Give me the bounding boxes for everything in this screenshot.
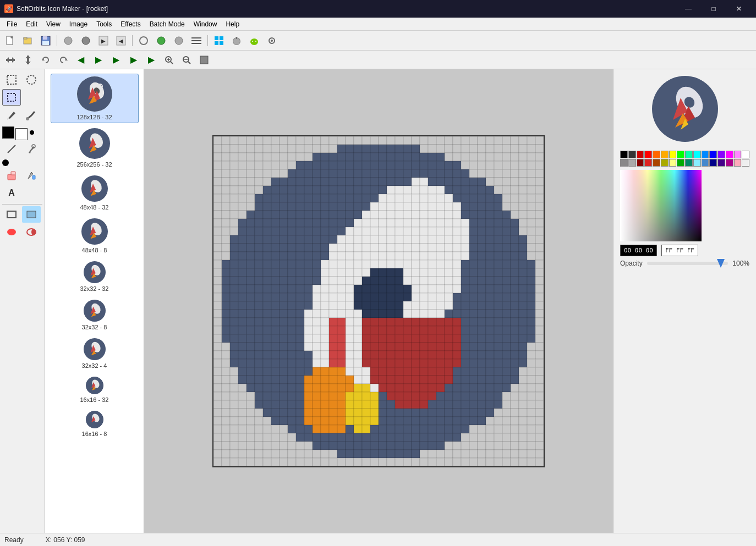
thumb-48x48-8[interactable]: 48x48 - 8 — [51, 216, 139, 256]
tb2-rotate2[interactable] — [55, 52, 72, 68]
palette-cell-purple1[interactable] — [717, 151, 725, 158]
palette-cell-navy[interactable] — [709, 159, 717, 167]
palette-cell-red2[interactable] — [644, 151, 652, 158]
tool-erase[interactable] — [2, 167, 21, 184]
tool-rect-fill[interactable] — [22, 206, 41, 223]
palette-cell-gray2[interactable] — [628, 159, 636, 167]
palette-cell-magenta[interactable] — [726, 159, 733, 167]
minimize-button[interactable]: — — [676, 0, 701, 18]
tb2-move[interactable] — [2, 52, 19, 68]
background-color[interactable] — [15, 128, 28, 140]
thumbnails-scroll[interactable]: 128x128 - 32 256x256 - 32 — [45, 69, 144, 533]
palette-cell-darkred[interactable] — [637, 159, 644, 167]
palette-cell-black[interactable] — [620, 151, 628, 158]
toolbar-circle-outline[interactable] — [135, 33, 152, 48]
tool-line[interactable] — [2, 141, 21, 157]
menu-help[interactable]: Help — [221, 18, 244, 30]
palette-cell-brown[interactable] — [653, 159, 660, 167]
toolbar-windows-logo[interactable] — [211, 33, 227, 48]
menu-window[interactable]: Window — [189, 18, 222, 30]
palette-cell-teal1[interactable] — [685, 151, 693, 158]
tb2-zoom-in[interactable] — [161, 52, 177, 68]
menu-edit[interactable]: Edit — [21, 18, 42, 30]
palette-cell-green2[interactable] — [677, 159, 684, 167]
maximize-button[interactable]: □ — [701, 0, 726, 18]
tool-text[interactable]: A — [2, 185, 21, 201]
tool-paint[interactable] — [22, 167, 41, 184]
tool-ellipse-fill[interactable] — [22, 224, 41, 240]
tool-eyedropper[interactable] — [22, 141, 41, 157]
toolbar-import[interactable]: ▶ — [95, 33, 112, 48]
menu-file[interactable]: File — [2, 18, 21, 30]
foreground-color[interactable] — [2, 126, 14, 139]
tb2-prev[interactable]: ◀ — [73, 52, 89, 68]
palette-cell-yellow3[interactable] — [669, 159, 677, 167]
tb2-rotate1[interactable] — [37, 52, 54, 68]
menu-effects[interactable]: Effects — [116, 18, 145, 30]
tool-select-rect[interactable] — [2, 71, 21, 88]
palette-cell-blue1[interactable] — [702, 151, 709, 158]
tb2-play4[interactable]: ▶ — [143, 52, 160, 68]
palette-cell-red3[interactable] — [644, 159, 652, 167]
palette-cell-teal2[interactable] — [685, 159, 693, 167]
opacity-slider[interactable] — [647, 262, 728, 265]
palette-cell-blue2[interactable] — [709, 151, 717, 158]
toolbar-new[interactable] — [2, 33, 19, 48]
tb2-play2[interactable]: ▶ — [108, 52, 124, 68]
thumb-256x256-32[interactable]: 256x256 - 32 — [51, 125, 139, 170]
palette-cell-dark[interactable] — [628, 151, 636, 158]
pixel-canvas[interactable] — [212, 135, 545, 467]
tool-select-custom[interactable] — [2, 89, 21, 106]
toolbar-android-logo[interactable] — [246, 33, 262, 48]
palette-cell-cyan[interactable] — [693, 151, 701, 158]
canvas-area[interactable] — [144, 69, 613, 533]
toolbar-lines[interactable] — [188, 33, 205, 48]
tb2-grid[interactable] — [196, 52, 212, 68]
thumb-32x32-32[interactable]: 32x32 - 32 — [51, 258, 139, 295]
toolbar-circle-gray2[interactable] — [78, 33, 94, 48]
menu-view[interactable]: View — [42, 18, 65, 30]
palette-cell-white[interactable] — [742, 151, 749, 158]
palette-cell-olive[interactable] — [661, 159, 669, 167]
toolbar-export[interactable]: ◀ — [113, 33, 129, 48]
tb2-pan[interactable] — [20, 52, 36, 68]
menu-batch-mode[interactable]: Batch Mode — [145, 18, 189, 30]
tb2-play1[interactable]: ▶ — [90, 52, 107, 68]
menu-tools[interactable]: Tools — [92, 18, 116, 30]
palette-cell-ltblue[interactable] — [693, 159, 701, 167]
tool-ellipse-draw[interactable] — [2, 224, 21, 240]
toolbar-apple-logo[interactable] — [228, 33, 245, 48]
close-button[interactable]: ✕ — [726, 0, 752, 18]
palette-cell-green1[interactable] — [677, 151, 684, 158]
tool-pen[interactable] — [2, 107, 21, 123]
tb2-zoom-out[interactable] — [178, 52, 195, 68]
palette-cell-orange[interactable] — [653, 151, 660, 158]
toolbar-circle-green[interactable] — [153, 33, 169, 48]
palette-cell-pink[interactable] — [734, 151, 742, 158]
thumb-128x128-32[interactable]: 128x128 - 32 — [51, 74, 139, 123]
tool-brush[interactable] — [22, 107, 41, 123]
toolbar-settings[interactable] — [264, 33, 280, 48]
thumb-48x48-32[interactable]: 48x48 - 32 — [51, 173, 139, 213]
color-picker[interactable] — [620, 170, 702, 241]
toolbar-circle-gray1[interactable] — [60, 33, 76, 48]
color-hex-white[interactable]: FF FF FF — [661, 245, 698, 256]
palette-cell-purple2[interactable] — [726, 151, 733, 158]
palette-cell-yellow1[interactable] — [661, 151, 669, 158]
tool-select-ellipse[interactable] — [22, 71, 41, 88]
tool-rect-draw[interactable] — [2, 206, 21, 223]
palette-cell-ltpink[interactable] — [734, 159, 742, 167]
palette-cell-blue3[interactable] — [702, 159, 709, 167]
thumb-16x16-8[interactable]: 16x16 - 8 — [51, 408, 139, 440]
palette-cell-violet[interactable] — [717, 159, 725, 167]
thumb-16x16-32[interactable]: 16x16 - 32 — [51, 374, 139, 406]
palette-cell-gray1[interactable] — [620, 159, 628, 167]
palette-cell-red1[interactable] — [637, 151, 644, 158]
toolbar-save[interactable] — [37, 33, 54, 48]
thumb-32x32-4[interactable]: 32x32 - 4 — [51, 335, 139, 372]
thumb-32x32-8[interactable]: 32x32 - 8 — [51, 297, 139, 333]
color-hex-black[interactable]: 00 00 00 — [620, 245, 657, 256]
toolbar-circle-gray3[interactable] — [171, 33, 187, 48]
tb2-play3[interactable]: ▶ — [125, 52, 142, 68]
palette-cell-yellow2[interactable] — [669, 151, 677, 158]
